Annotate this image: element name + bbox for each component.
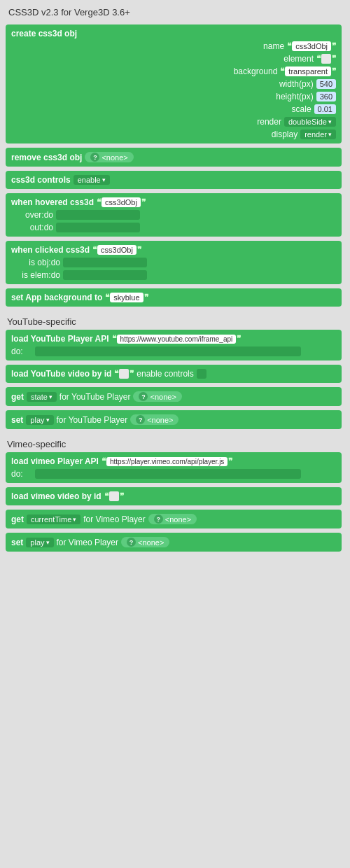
controls-enable-dropdown[interactable]: enable [74,175,110,185]
scale-value[interactable]: 0.01 [314,104,336,114]
get-vimeo-none-pill[interactable]: ? <none> [148,514,197,524]
load-vimeo-video-block: load vimeo video by id ❝ ❞ [6,487,342,505]
vimeo-do-label: do: [11,469,32,479]
element-value-pill: ❝ ❞ [316,54,336,64]
yt-video-id-box[interactable] [119,369,129,379]
element-value-box[interactable] [321,54,331,64]
out-do-slot [56,223,140,232]
page-title: CSS3D v2.3 for Verge3D 3.6+ [6,6,344,19]
vimeo-section-label: Vimeo-specific [6,439,344,449]
set-vimeo-play-block: set play for Vimeo Player ? <none> [6,533,342,552]
get-vimeo-none-text: <none> [165,515,191,524]
skyblue-pill: ❝ skyblue ❞ [105,293,148,302]
yt-do-label: do: [11,346,32,356]
scale-label: scale [255,104,312,114]
close-quote-hover: ❞ [141,197,146,207]
render-label: render [225,117,281,127]
yt-api-url[interactable]: https://www.youtube.com/iframe_api [117,335,237,344]
remove-css3d-label: remove css3d obj [11,153,82,162]
enable-controls-checkbox[interactable] [197,369,206,379]
hovered-obj-value[interactable]: css3dObj [102,197,141,207]
open-quote-yt-url: ❝ [112,334,116,344]
remove-css3d-block: remove css3d obj ? <none> [6,148,342,167]
vimeo-video-id-box[interactable] [109,491,119,501]
vimeo-api-url-pill: ❝ https://player.vimeo.com/api/player.js… [102,456,232,466]
element-label: element [258,54,314,64]
set-app-bg-label: set App background to [11,293,102,302]
display-dropdown[interactable]: render [300,130,336,139]
out-do-label: out:do [11,223,53,232]
set-app-bg-block: set App background to ❝ skyblue ❞ [6,288,342,307]
set-vimeo-none-pill[interactable]: ? <none> [121,537,169,547]
skyblue-value[interactable]: skyblue [110,293,143,302]
for-yt-player-label2: for YouTube Player [57,415,128,425]
get-yt-label: get [11,392,24,402]
play-vimeo-dropdown[interactable]: play [26,538,53,547]
create-css3d-label: create css3d obj [11,29,77,38]
height-value[interactable]: 360 [316,92,336,102]
open-quote-vimeo-url: ❝ [102,456,106,466]
over-do-label: over:do [11,210,53,220]
for-yt-player-label: for YouTube Player [59,392,131,402]
vimeo-api-url[interactable]: https://player.vimeo.com/api/player.js [106,457,227,466]
play-yt-dropdown[interactable]: play [26,415,53,425]
background-value[interactable]: transparent [285,66,331,76]
get-yt-none-pill[interactable]: ? <none> [133,391,181,402]
css3d-controls-label: css3d controls [11,175,71,185]
width-value[interactable]: 540 [316,79,336,89]
get-yt-none-text: <none> [150,393,176,401]
get-vimeo-time-block: get currentTime for Vimeo Player ? <none… [6,510,342,528]
close-quote-bg: ❞ [332,66,336,76]
for-vimeo-player-label: for Vimeo Player [83,514,145,524]
render-dropdown[interactable]: doubleSide [284,117,336,127]
set-vimeo-none-text: <none> [138,538,164,547]
vimeo-video-id-pill: ❝ ❞ [104,491,124,501]
load-yt-video-block: load YouTube video by id ❝ ❞ enable cont… [6,365,342,383]
name-value[interactable]: css3dObj [292,41,331,51]
close-quote-name: ❞ [332,41,336,51]
for-vimeo-player-label2: for Vimeo Player [57,538,118,547]
over-do-slot [56,210,140,220]
close-quote-yt-id: ❞ [130,369,134,379]
clicked-obj-value[interactable]: css3dObj [97,245,136,255]
when-hovered-block: when hovered css3d ❝ css3dObj ❞ over:do … [6,193,342,237]
yt-video-id-pill: ❝ ❞ [114,369,134,379]
load-yt-api-block: load YouTube Player API ❝ https://www.yo… [6,330,342,360]
open-quote-name: ❝ [287,41,291,51]
youtube-section-label: YouTube-specific [6,316,344,327]
is-elem-do-slot [63,270,147,280]
open-quote-yt-id: ❝ [114,369,118,379]
load-vimeo-api-block: load vimeo Player API ❝ https://player.v… [6,452,342,483]
name-value-pill: ❝ css3dObj ❞ [287,41,336,51]
state-dropdown[interactable]: state [27,392,57,402]
open-quote-elem: ❝ [316,54,321,64]
get-yt-q-icon: ? [139,392,148,401]
set-yt-none-text: <none> [147,416,173,424]
display-label: display [241,130,298,139]
close-quote-vimeo-url: ❞ [228,456,232,466]
background-value-pill: ❝ transparent ❞ [280,66,336,76]
close-quote-sky: ❞ [144,293,148,302]
open-quote-vimeo-id: ❝ [104,491,108,501]
set-vimeo-q-icon: ? [127,538,136,547]
load-vimeo-api-label: load vimeo Player API [11,456,99,466]
is-obj-do-label: is obj:do [11,258,60,267]
set-yt-none-pill[interactable]: ? <none> [130,414,178,425]
yt-api-url-pill: ❝ https://www.youtube.com/iframe_api ❞ [112,334,241,344]
current-time-dropdown[interactable]: currentTime [27,514,80,524]
set-vimeo-label: set [11,538,23,547]
yt-do-slot [35,346,301,356]
when-hovered-label: when hovered css3d [11,197,94,207]
name-label: name [228,41,284,51]
css3d-controls-block: css3d controls enable [6,171,342,189]
set-yt-q-icon: ? [136,415,145,424]
open-quote-bg: ❝ [280,66,284,76]
set-yt-label: set [11,415,23,425]
enable-controls-label: enable controls [136,369,193,379]
vimeo-do-slot [35,469,301,479]
open-quote-hover: ❝ [97,197,101,207]
close-quote-yt-url: ❞ [237,334,241,344]
get-yt-state-block: get state for YouTube Player ? <none> [6,387,342,406]
load-vimeo-video-label: load vimeo video by id [11,491,102,501]
remove-none-pill[interactable]: ? <none> [85,152,133,162]
